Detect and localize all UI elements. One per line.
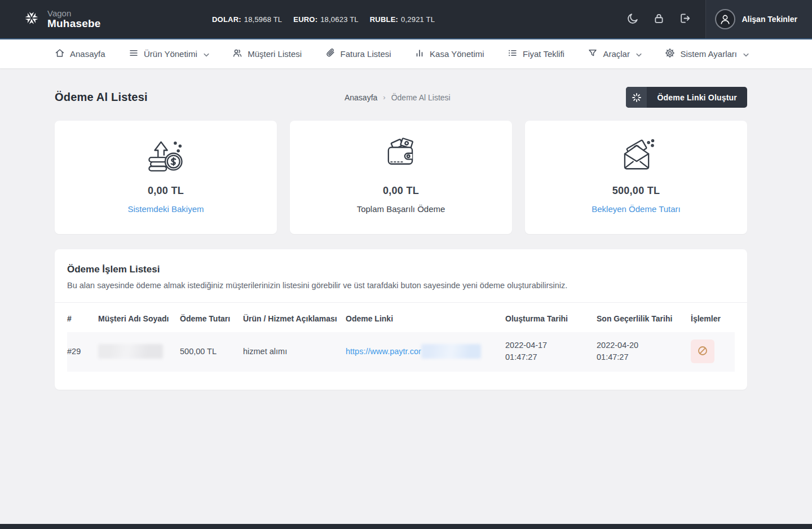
nav-item-fatura-listesi[interactable]: Fatura Listesi xyxy=(325,48,391,60)
main-nav: Anasayfa Ürün Yönetimi Müşteri Listesi F… xyxy=(0,39,812,69)
prohibition-icon xyxy=(697,345,708,358)
user-avatar xyxy=(715,9,735,29)
col-description: Ürün / Hizmet Açıklaması xyxy=(243,303,346,332)
nav-label: Anasayfa xyxy=(70,49,105,59)
nav-item-urun-yonetimi[interactable]: Ürün Yönetimi xyxy=(129,48,209,60)
rate-dolar: DOLAR:18,5968 TL xyxy=(212,15,282,24)
page-title: Ödeme Al Listesi xyxy=(55,91,283,104)
cell-created: 2022-04-17 01:47:27 xyxy=(505,332,597,372)
cancel-payment-button[interactable] xyxy=(691,340,714,363)
card-label-toplam-basarili-odeme: Toplam Başarılı Ödeme xyxy=(300,204,502,214)
chevron-down-icon xyxy=(743,49,749,59)
card-label-sistemdeki-bakiyem[interactable]: Sistemdeki Bakiyem xyxy=(65,204,267,214)
card-total-paid: 0,00 TL Toplam Başarılı Ödeme xyxy=(290,121,512,234)
rate-euro-value: 18,0623 TL xyxy=(320,15,359,24)
card-system-balance: 0,00 TL Sistemdeki Bakiyem xyxy=(55,121,277,234)
expiry-date: 2022-04-20 xyxy=(597,340,687,351)
lock-icon xyxy=(653,12,665,27)
table-header-row: # Müşteri Adı Soyadı Ödeme Tutarı Ürün /… xyxy=(67,303,735,332)
dark-mode-button[interactable] xyxy=(620,6,646,32)
list-icon xyxy=(508,48,518,60)
cell-description: hizmet alımı xyxy=(243,332,346,372)
logout-button[interactable] xyxy=(672,6,698,32)
nav-label: Ürün Yönetimi xyxy=(144,49,197,59)
bar-chart-icon xyxy=(414,48,425,60)
home-icon xyxy=(55,48,65,60)
top-header: Vagon Muhasebe DOLAR:18,5968 TL EURO:18,… xyxy=(0,0,812,39)
col-created-date: Oluşturma Tarihi xyxy=(505,303,597,332)
chevron-down-icon xyxy=(204,49,209,59)
menu-icon xyxy=(129,48,139,60)
nav-item-musteri-listesi[interactable]: Müşteri Listesi xyxy=(232,48,302,60)
create-payment-link-label: Ödeme Linki Oluştur xyxy=(647,93,747,102)
create-payment-link-button[interactable]: Ödeme Linki Oluştur xyxy=(626,87,747,108)
cell-payment-link: https://www.paytr.cor xyxy=(346,332,505,372)
payments-table: # Müşteri Adı Soyadı Ödeme Tutarı Ürün /… xyxy=(67,303,735,372)
breadcrumb-current: Ödeme Al Listesi xyxy=(391,93,451,102)
user-menu[interactable]: Alişan Tekinler xyxy=(705,0,812,38)
rate-euro-label: EURO: xyxy=(293,15,317,24)
created-time: 01:47:27 xyxy=(505,351,593,363)
paperclip-icon xyxy=(325,48,336,60)
chevron-down-icon xyxy=(636,49,642,59)
expiry-time: 01:47:27 xyxy=(597,351,687,363)
created-date: 2022-04-17 xyxy=(505,340,593,351)
user-name: Alişan Tekinler xyxy=(742,15,797,24)
nav-item-sistem-ayarlari[interactable]: Sistem Ayarları xyxy=(665,48,749,60)
moon-icon xyxy=(627,12,639,27)
rate-ruble-value: 0,2921 TL xyxy=(401,15,435,24)
redacted-customer-name xyxy=(98,344,163,359)
nav-item-araclar[interactable]: Araçlar xyxy=(588,48,642,60)
col-amount: Ödeme Tutarı xyxy=(180,303,243,332)
breadcrumb-separator: › xyxy=(383,93,385,102)
nav-item-fiyat-teklifi[interactable]: Fiyat Teklifi xyxy=(508,48,564,60)
rate-euro: EURO:18,0623 TL xyxy=(293,15,358,24)
col-expiry-date: Son Geçerlilik Tarihi xyxy=(597,303,691,332)
footer-bar xyxy=(0,524,812,529)
cell-customer xyxy=(98,332,180,372)
cell-amount: 500,00 TL xyxy=(180,332,243,372)
gear-icon xyxy=(665,48,675,60)
nav-label: Kasa Yönetimi xyxy=(430,49,484,59)
cell-id: #29 xyxy=(67,332,98,372)
payment-list-section: Ödeme İşlem Listesi Bu alan sayesinde öd… xyxy=(55,249,747,390)
section-title: Ödeme İşlem Listesi xyxy=(67,264,735,275)
nav-item-anasayfa[interactable]: Anasayfa xyxy=(55,48,105,60)
rate-ruble: RUBLE:0,2921 TL xyxy=(370,15,435,24)
users-icon xyxy=(232,48,242,60)
nav-label: Fatura Listesi xyxy=(341,49,391,59)
lock-screen-button[interactable] xyxy=(646,6,672,32)
nav-label: Araçlar xyxy=(603,49,630,59)
col-customer: Müşteri Adı Soyadı xyxy=(98,303,180,332)
logo-text-bottom: Muhasebe xyxy=(47,18,101,29)
breadcrumb: Anasayfa › Ödeme Al Listesi xyxy=(283,93,511,102)
app-logo[interactable]: Vagon Muhasebe xyxy=(21,8,101,30)
burst-spinner-icon xyxy=(626,87,647,108)
card-value: 0,00 TL xyxy=(65,185,267,197)
nav-label: Fiyat Teklifi xyxy=(523,49,564,59)
card-pending-amount: 500,00 TL Bekleyen Ödeme Tutarı xyxy=(525,121,747,234)
nav-label: Sistem Ayarları xyxy=(680,49,737,59)
logo-text-top: Vagon xyxy=(47,9,101,18)
breadcrumb-home-link[interactable]: Anasayfa xyxy=(345,93,377,102)
redacted-link-part xyxy=(421,344,481,359)
nav-item-kasa-yonetimi[interactable]: Kasa Yönetimi xyxy=(414,48,484,60)
col-id: # xyxy=(67,303,98,332)
col-payment-link: Odeme Linki xyxy=(346,303,505,332)
rate-dolar-value: 18,5968 TL xyxy=(244,15,283,24)
col-actions: İşlemler xyxy=(691,303,735,332)
card-value: 500,00 TL xyxy=(535,185,737,197)
section-description: Bu alan sayesinde ödeme almak istediğini… xyxy=(67,281,735,290)
table-row: #29 500,00 TL hizmet alımı https://www.p… xyxy=(67,332,735,372)
rate-ruble-label: RUBLE: xyxy=(370,15,398,24)
cell-expiry: 2022-04-20 01:47:27 xyxy=(597,332,691,372)
logout-icon xyxy=(679,12,691,27)
card-label-bekleyen-odeme-tutari[interactable]: Bekleyen Ödeme Tutarı xyxy=(535,204,737,214)
payment-link[interactable]: https://www.paytr.cor xyxy=(346,346,421,358)
currency-rates: DOLAR:18,5968 TL EURO:18,0623 TL RUBLE:0… xyxy=(212,15,435,24)
filter-icon xyxy=(588,48,598,60)
rate-dolar-label: DOLAR: xyxy=(212,15,241,24)
wallet-icon xyxy=(300,135,502,176)
coins-up-icon xyxy=(65,135,267,176)
logo-pinwheel-icon xyxy=(21,8,42,30)
